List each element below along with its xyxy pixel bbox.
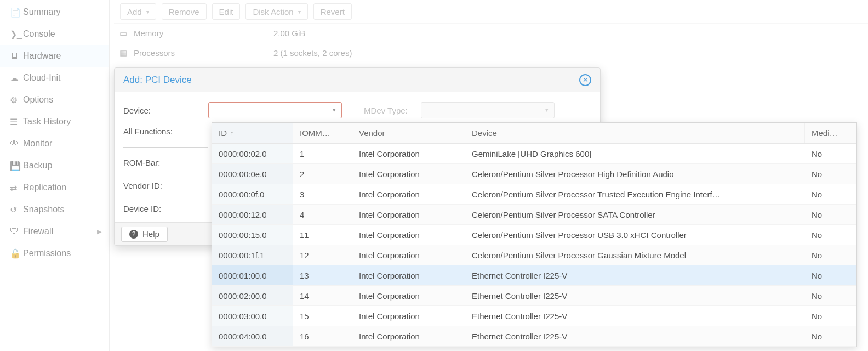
device-dropdown: ID↑ IOMM… Vendor Device Medi… 0000:00:02… bbox=[212, 122, 857, 347]
device-option[interactable]: 0000:00:12.04Intel CorporationCeleron/Pe… bbox=[212, 205, 856, 225]
sidebar-item-label: Task History bbox=[23, 117, 71, 127]
cell-iommu: 3 bbox=[293, 184, 352, 204]
hardware-label: Memory bbox=[134, 29, 273, 38]
hardware-icon: ▦ bbox=[119, 48, 134, 58]
cell-vendor: Intel Corporation bbox=[352, 184, 465, 204]
add-label: Add bbox=[127, 7, 142, 16]
cell-mediated: No bbox=[805, 205, 856, 224]
sidebar-item-options-icon: ⚙ bbox=[10, 95, 23, 105]
cell-iommu: 15 bbox=[293, 306, 352, 326]
device-option[interactable]: 0000:00:0e.02Intel CorporationCeleron/Pe… bbox=[212, 164, 856, 184]
cell-device: Ethernet Controller I225-V bbox=[465, 306, 805, 326]
device-option[interactable]: 0000:00:1f.112Intel CorporationCeleron/P… bbox=[212, 245, 856, 265]
sidebar-item-snapshots-icon: ↺ bbox=[10, 205, 23, 215]
help-icon: ? bbox=[129, 230, 138, 239]
all-functions-label: All Functions: bbox=[123, 127, 208, 136]
device-option[interactable]: 0000:00:15.011Intel CorporationCeleron/P… bbox=[212, 225, 856, 245]
column-iommu[interactable]: IOMM… bbox=[293, 123, 352, 143]
cell-device: Ethernet Controller I225-V bbox=[465, 286, 805, 305]
chevron-down-icon: ▾ bbox=[298, 9, 301, 15]
cell-mediated: No bbox=[805, 265, 856, 285]
sidebar-item-console[interactable]: ❯_Console bbox=[0, 23, 109, 45]
remove-button[interactable]: Remove bbox=[162, 3, 207, 20]
sidebar-item-backup-icon: 💾 bbox=[10, 161, 23, 171]
cell-mediated: No bbox=[805, 326, 856, 346]
hardware-row[interactable]: ▦Processors2 (1 sockets, 2 cores) bbox=[114, 43, 868, 63]
dialog-header: Add: PCI Device ✕ bbox=[115, 68, 600, 92]
cell-vendor: Intel Corporation bbox=[352, 144, 465, 163]
dropdown-body: 0000:00:02.01Intel CorporationGeminiLake… bbox=[212, 144, 856, 347]
sidebar-item-monitor[interactable]: 👁Monitor bbox=[0, 133, 109, 155]
cell-iommu: 16 bbox=[293, 326, 352, 346]
sidebar-item-label: Cloud-Init bbox=[23, 73, 60, 83]
sidebar-item-permissions-icon: 🔓 bbox=[10, 248, 23, 259]
sidebar-item-firewall[interactable]: 🛡Firewall▶ bbox=[0, 220, 109, 242]
cell-device: Celeron/Pentium Silver Processor SATA Co… bbox=[465, 205, 805, 224]
hardware-row[interactable]: ▭Memory2.00 GiB bbox=[114, 24, 868, 43]
cell-device: Celeron/Pentium Silver Processor High De… bbox=[465, 164, 805, 184]
sidebar-item-hardware[interactable]: 🖥Hardware bbox=[0, 45, 109, 67]
separator bbox=[123, 147, 208, 148]
vendor-id-label: Vendor ID: bbox=[123, 181, 208, 190]
sidebar-item-snapshots[interactable]: ↺Snapshots bbox=[0, 199, 109, 220]
sidebar: 📄Summary❯_Console🖥Hardware☁Cloud-Init⚙Op… bbox=[0, 0, 110, 351]
sort-asc-icon: ↑ bbox=[230, 129, 233, 137]
sidebar-item-cloud-init[interactable]: ☁Cloud-Init bbox=[0, 67, 109, 89]
device-option[interactable]: 0000:02:00.014Intel CorporationEthernet … bbox=[212, 286, 856, 306]
sidebar-item-permissions[interactable]: 🔓Permissions bbox=[0, 242, 109, 264]
hardware-list: ▭Memory2.00 GiB▦Processors2 (1 sockets, … bbox=[114, 23, 868, 63]
sidebar-item-replication[interactable]: ⇄Replication bbox=[0, 177, 109, 199]
cell-mediated: No bbox=[805, 245, 856, 265]
chevron-down-icon: ▾ bbox=[545, 106, 549, 114]
chevron-down-icon: ▾ bbox=[333, 106, 336, 114]
cell-id: 0000:02:00.0 bbox=[212, 286, 293, 305]
cell-id: 0000:03:00.0 bbox=[212, 306, 293, 326]
cell-mediated: No bbox=[805, 286, 856, 305]
device-id-label: Device ID: bbox=[123, 204, 208, 213]
revert-button[interactable]: Revert bbox=[313, 3, 352, 20]
cell-mediated: No bbox=[805, 225, 856, 245]
column-id[interactable]: ID↑ bbox=[212, 123, 293, 143]
help-button[interactable]: ? Help bbox=[121, 227, 168, 242]
cell-vendor: Intel Corporation bbox=[352, 245, 465, 265]
sidebar-item-summary[interactable]: 📄Summary bbox=[0, 1, 109, 23]
sidebar-item-task-history[interactable]: ☰Task History bbox=[0, 111, 109, 133]
mdev-type-select: ▾ bbox=[421, 102, 555, 118]
hardware-value: 2 (1 sockets, 2 cores) bbox=[273, 48, 352, 58]
device-option[interactable]: 0000:03:00.015Intel CorporationEthernet … bbox=[212, 306, 856, 326]
column-device[interactable]: Device bbox=[465, 123, 805, 143]
edit-button[interactable]: Edit bbox=[212, 3, 241, 20]
cell-vendor: Intel Corporation bbox=[352, 326, 465, 346]
device-option[interactable]: 0000:00:0f.03Intel CorporationCeleron/Pe… bbox=[212, 184, 856, 205]
device-option[interactable]: 0000:04:00.016Intel CorporationEthernet … bbox=[212, 326, 856, 347]
hardware-value: 2.00 GiB bbox=[273, 29, 305, 38]
sidebar-item-label: Console bbox=[23, 29, 55, 39]
sidebar-item-label: Replication bbox=[23, 183, 66, 193]
device-option[interactable]: 0000:00:02.01Intel CorporationGeminiLake… bbox=[212, 144, 856, 164]
cell-vendor: Intel Corporation bbox=[352, 205, 465, 224]
cell-device: GeminiLake [UHD Graphics 600] bbox=[465, 144, 805, 163]
close-icon[interactable]: ✕ bbox=[579, 74, 591, 86]
device-select[interactable]: ▾ bbox=[208, 102, 342, 118]
cell-vendor: Intel Corporation bbox=[352, 306, 465, 326]
cell-device: Celeron/Pentium Silver Processor Gaussia… bbox=[465, 245, 805, 265]
column-vendor[interactable]: Vendor bbox=[352, 123, 465, 143]
disk-action-button[interactable]: Disk Action▾ bbox=[245, 3, 307, 20]
cell-vendor: Intel Corporation bbox=[352, 265, 465, 285]
chevron-right-icon: ▶ bbox=[97, 228, 101, 235]
add-button[interactable]: Add▾ bbox=[120, 3, 156, 20]
cell-mediated: No bbox=[805, 144, 856, 163]
sidebar-item-options[interactable]: ⚙Options bbox=[0, 89, 109, 111]
cell-vendor: Intel Corporation bbox=[352, 225, 465, 245]
device-option[interactable]: 0000:01:00.013Intel CorporationEthernet … bbox=[212, 265, 856, 286]
cell-iommu: 4 bbox=[293, 205, 352, 224]
sidebar-item-console-icon: ❯_ bbox=[10, 29, 23, 39]
sidebar-item-label: Hardware bbox=[23, 51, 61, 61]
sidebar-item-backup[interactable]: 💾Backup bbox=[0, 155, 109, 177]
cell-vendor: Intel Corporation bbox=[352, 286, 465, 305]
column-mediated[interactable]: Medi… bbox=[805, 123, 856, 143]
cell-id: 0000:01:00.0 bbox=[212, 265, 293, 285]
cell-id: 0000:00:12.0 bbox=[212, 205, 293, 224]
sidebar-item-task-history-icon: ☰ bbox=[10, 117, 23, 127]
cell-device: Ethernet Controller I225-V bbox=[465, 265, 805, 285]
